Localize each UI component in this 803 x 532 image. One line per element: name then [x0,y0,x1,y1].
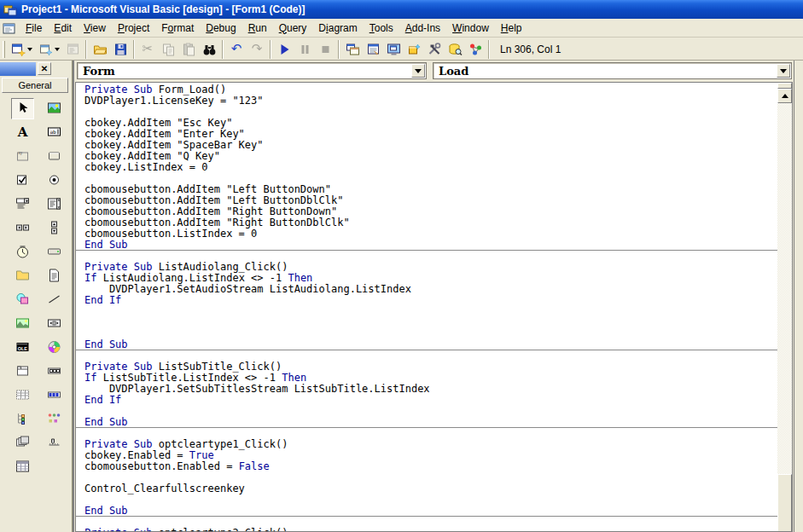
toolbox-imagelist[interactable] [11,432,34,454]
menu-project[interactable]: Project [112,20,155,37]
listbox-icon [47,197,61,211]
menu-diagram[interactable]: Diagram [312,20,363,37]
binoculars-icon [202,43,217,56]
toolbox-vscrollbar[interactable] [43,217,66,239]
object-combobox-value: Form [78,63,426,78]
toolbox-textbox[interactable]: ab [43,122,66,143]
menu-tools[interactable]: Tools [364,20,399,37]
object-browser-button[interactable] [404,40,424,59]
toolbar-grip[interactable] [3,41,5,58]
title-bar: Project1 - Microsoft Visual Basic [desig… [0,0,803,19]
toolbox-listview[interactable] [43,408,66,430]
code-line: DVDPlayer1.SetSubTitlesStream ListSubTit… [76,384,777,395]
toolbox-treeview[interactable] [11,408,34,430]
line-icon [47,292,61,306]
paste-icon [182,43,196,56]
toolbox-data[interactable] [43,313,66,334]
code-line [76,317,777,328]
menu-edit[interactable]: Edit [48,20,78,37]
code-editor[interactable]: Private Sub Form_Load()DVDPlayer1.Licens… [75,82,793,532]
chevron-down-icon [415,69,422,73]
toolbox-filelistbox[interactable] [43,265,66,286]
cut-button: ✂ [137,40,158,59]
menu-file[interactable]: File [20,20,48,37]
code-line: cbokey.ListIndex = 0 [76,162,777,173]
object-combobox-arrow[interactable] [411,64,425,78]
toolbox-dirlistbox[interactable] [11,265,34,286]
toolbox-tabstrip[interactable] [11,361,34,382]
menu-addins[interactable]: Add-Ins [399,20,446,37]
toolbox-timer[interactable] [11,241,34,263]
toolbox-dvdplayer[interactable] [43,337,66,358]
code-line: End If [76,395,777,406]
toolbar-separator [488,40,490,59]
toolbox-line[interactable] [43,289,66,310]
toolbox-picturebox[interactable] [43,98,66,119]
toolbox-optionbutton[interactable] [43,170,66,191]
menu-format[interactable]: Format [155,20,200,37]
toolbox-label[interactable]: A [11,122,34,143]
start-button[interactable] [274,40,294,59]
undo-button[interactable]: ↶ [226,40,247,59]
toolbox-shape[interactable] [11,289,34,310]
project-explorer-button[interactable] [342,40,363,59]
scroll-up-button[interactable] [777,89,792,103]
toolbox-checkbox[interactable] [11,170,34,191]
menu-run[interactable]: Run [242,20,273,37]
code-line: End If [76,295,777,306]
copy-button [158,40,178,59]
vertical-scrollbar[interactable] [777,83,792,531]
menu-bar: FileEditViewProjectFormatDebugRunQueryDi… [0,19,803,38]
save-project-button[interactable] [110,40,131,59]
visual-component-manager-button[interactable] [465,40,486,59]
toolbox-tab-general[interactable]: General [2,78,68,93]
properties-window-button[interactable] [363,40,383,59]
break-button [294,40,315,59]
code-line [76,494,777,506]
menu-editor-button [62,40,83,59]
toolbox-listbox[interactable] [43,194,66,215]
add-form-button[interactable] [35,40,62,59]
toolbar-separator [85,40,87,59]
toolbox-hscrollbar[interactable] [11,217,34,239]
form-layout-window-button[interactable] [383,40,404,59]
toolbox-frame[interactable]: xy [11,146,34,167]
menu-view[interactable]: View [78,20,112,37]
close-icon[interactable]: ✕ [38,62,51,75]
toolbox-combobox[interactable] [11,194,34,215]
scrollbar-thumb[interactable] [777,474,792,532]
split-handle[interactable] [777,83,792,89]
toolbox-commandbutton[interactable] [43,146,66,167]
data-view-window-button[interactable] [445,40,465,59]
toolbox-slider[interactable] [43,432,66,454]
procedure-combobox-value: Load [434,63,791,78]
toolbox-title-strip[interactable] [0,62,36,76]
menu-window[interactable]: Window [446,20,495,37]
toolbox-button[interactable] [424,40,445,59]
object-browser-icon [407,43,422,56]
code-line: End Sub [76,506,777,517]
toolbar-separator [222,40,224,59]
menu-debug[interactable]: Debug [200,20,241,37]
procedure-combobox-arrow[interactable] [777,64,790,78]
toolbox-flexgrid[interactable] [11,385,34,406]
toolbox-datagrid[interactable] [11,456,34,477]
frame-icon: xy [15,149,30,163]
object-combobox[interactable]: Form [77,62,427,79]
toolbox-progressbar[interactable] [43,385,66,406]
toolbox-pointer[interactable] [11,98,34,119]
menu-help[interactable]: Help [495,20,528,37]
procedure-combobox[interactable]: Load [433,62,792,79]
toolbox-ole[interactable]: OLE [11,337,34,358]
play-icon [277,43,292,56]
toolbox-image[interactable] [11,313,34,334]
commandbutton-icon [47,149,61,163]
toolbox-drivelistbox[interactable] [43,241,66,263]
toolbox-multimedia[interactable] [43,361,66,382]
find-button[interactable] [199,40,219,59]
open-project-button[interactable] [90,40,110,59]
code-line: DVDPlayer1.LicenseKey = "123" [76,95,777,107]
menu-query[interactable]: Query [273,20,313,37]
code-line: End Sub [76,339,777,350]
add-project-button[interactable] [8,40,35,59]
